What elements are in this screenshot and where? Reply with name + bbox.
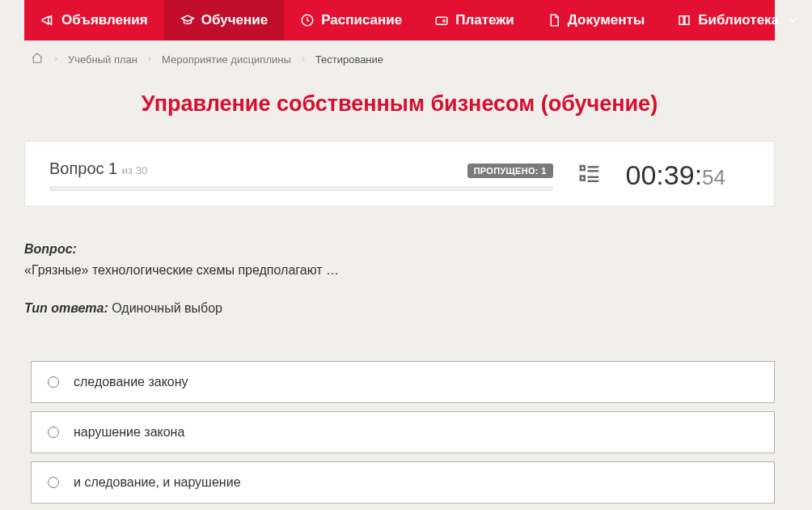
answer-type-label: Тип ответа: — [24, 301, 108, 315]
nav-label: Документы — [568, 12, 645, 28]
question-body: Вопрос: «Грязные» технологические схемы … — [0, 206, 799, 345]
answer-text: нарушение закона — [74, 425, 184, 440]
timer-minutes: 00:39: — [626, 159, 703, 191]
grad-cap-icon — [180, 13, 195, 28]
svg-rect-4 — [580, 176, 584, 180]
nav-label: Объявления — [61, 12, 148, 28]
nav-label: Библиотека — [698, 12, 779, 28]
nav-announcements[interactable]: Объявления — [24, 0, 164, 40]
answer-radio[interactable] — [48, 376, 59, 388]
book-icon — [677, 13, 691, 28]
svg-point-2 — [443, 20, 445, 22]
question-list-icon[interactable] — [577, 162, 602, 189]
answer-list: следование закону нарушение закона и сле… — [0, 345, 799, 510]
progress-bar — [49, 186, 553, 191]
nav-library[interactable]: Библиотека — [661, 0, 812, 40]
chevron-right-icon — [299, 53, 307, 66]
answer-radio[interactable] — [48, 477, 59, 488]
chevron-right-icon — [52, 53, 60, 66]
home-icon[interactable] — [31, 52, 44, 67]
answer-option[interactable]: следование закону — [31, 361, 775, 403]
chevron-down-icon — [785, 13, 800, 28]
nav-documents[interactable]: Документы — [531, 0, 662, 40]
crumb-plan[interactable]: Учебный план — [68, 53, 137, 66]
page-title: Управление собственным бизнесом (обучени… — [0, 75, 799, 141]
answer-text: следование закону — [74, 375, 188, 389]
crumb-event[interactable]: Мероприятие дисциплины — [162, 53, 291, 66]
nav-training[interactable]: Обучение — [164, 0, 284, 40]
svg-rect-3 — [580, 166, 584, 170]
main-nav: Объявления Обучение Расписание Платежи — [24, 0, 775, 40]
answer-option[interactable]: и следование, и нарушение — [31, 461, 775, 504]
calendar-icon — [300, 13, 315, 28]
nav-schedule[interactable]: Расписание — [284, 0, 418, 40]
wallet-icon — [434, 13, 449, 28]
answer-option[interactable]: нарушение закона — [31, 411, 775, 453]
question-text: «Грязные» технологические схемы предпола… — [24, 263, 339, 277]
answer-text: и следование, и нарушение — [74, 475, 241, 490]
timer: 00:39:54 — [626, 159, 750, 191]
timer-seconds: 54 — [702, 165, 725, 190]
question-label: Вопрос: — [24, 242, 77, 256]
skipped-badge: ПРОПУЩЕНО: 1 — [467, 164, 553, 178]
doc-icon — [547, 13, 561, 28]
megaphone-icon — [40, 13, 55, 28]
question-number-label: Вопрос 1 — [49, 159, 122, 177]
nav-label: Платежи — [455, 12, 514, 28]
nav-label: Расписание — [321, 12, 402, 28]
crumb-current: Тестирование — [315, 53, 383, 66]
breadcrumb: Учебный план Мероприятие дисциплины Тест… — [0, 40, 799, 75]
nav-label: Обучение — [201, 12, 268, 28]
nav-payments[interactable]: Платежи — [418, 0, 531, 40]
answer-type-value: Одиночный выбор — [112, 301, 222, 315]
chevron-right-icon — [146, 53, 154, 66]
answer-radio[interactable] — [48, 427, 59, 438]
question-of: из 30 — [122, 164, 147, 176]
quiz-status-card: Вопрос 1 из 30 ПРОПУЩЕНО: 1 — [24, 141, 775, 206]
